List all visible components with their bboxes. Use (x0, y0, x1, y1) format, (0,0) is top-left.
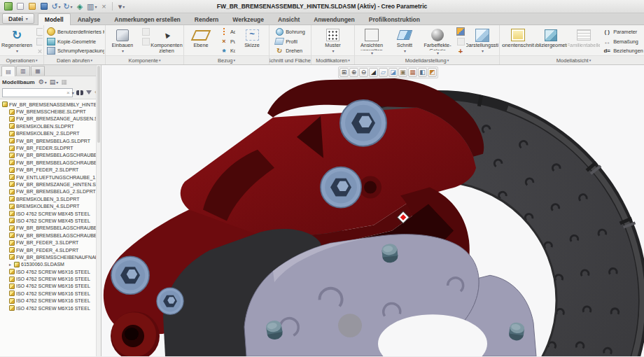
undo-button[interactable]: ↺▾ (50, 1, 62, 12)
tree-item[interactable]: FW_BR_BREMSENASSEMBLY_HINTEN.SLDASM (0, 101, 101, 108)
punkt-button[interactable]: Punkt▾ (218, 37, 235, 46)
tree-item[interactable]: FW_BR_BREMSBELAGSCHRAUBE.SLDPRT (0, 159, 101, 166)
paste-icon-button[interactable]: ▾ (34, 37, 43, 46)
tab-anmerkungen-erstellen[interactable]: Anmerkungen erstellen (107, 13, 187, 24)
tree-item[interactable]: FW_BREMSSCHEIBE.SLDPRT (0, 108, 101, 115)
tree-scrollbar[interactable] (96, 65, 101, 356)
einbauen-button[interactable]: Einbauen▾ (106, 27, 139, 55)
benutzerdefiniertes-ke-button[interactable]: Benutzerdefiniertes KE (45, 27, 104, 36)
tree-item[interactable]: FW_BR_FEDER_2.SLDPRT (0, 167, 101, 174)
tree-item[interactable]: BREMSKOLBEN_3.SLDPRT (0, 195, 101, 202)
tree-item[interactable]: BREMSKOLBEN.SLDPRT (0, 122, 101, 130)
tree-item[interactable]: ISO 4762 SCREW M6X16 STEEL (0, 290, 101, 297)
publiziergeometrie-button[interactable]: Publiziergeometrie (535, 27, 567, 55)
group-label[interactable]: Operationen (6, 57, 35, 64)
search-options-dropdown[interactable]: ▾ (72, 90, 74, 95)
tree-item[interactable]: ISO 4762 SCREW M6X16 STEEL (0, 275, 101, 282)
folder-browser-tab[interactable]: ▥ (16, 66, 30, 76)
find-icon[interactable] (76, 88, 84, 97)
group-label[interactable]: Daten abrufen (57, 57, 90, 64)
drehen-button[interactable]: Drehen (273, 46, 307, 55)
tree-item[interactable]: FW_BR_FEDER_4.SLDPRT (0, 246, 101, 253)
parameter-button[interactable]: Parameter (601, 27, 644, 36)
tree-search-input[interactable] (2, 88, 73, 97)
tree-settings-button[interactable]: ⚙▾ (38, 78, 48, 87)
tree-item[interactable]: FW_BR_FEDER_3.SLDPRT (0, 239, 101, 246)
zoom-in-button[interactable]: ⊕ (349, 68, 358, 77)
status-umschalten-button[interactable]: Status umschalten (454, 37, 465, 46)
refit-button[interactable]: ◢ (369, 68, 378, 77)
zoom-out-button[interactable]: ⊖ (359, 68, 368, 77)
bohrung-button[interactable]: Bohrung (273, 27, 307, 36)
view-manager-button[interactable]: ◧ (418, 68, 427, 77)
darstellungsstil-button[interactable]: Darstellungsstil▾ (466, 27, 498, 55)
clear-search-icon[interactable]: × (66, 90, 70, 96)
customize-toolbar-button[interactable]: ▾▾ (115, 1, 127, 12)
komponentenschnittstelle-button[interactable]: Komponentenschnittstelle (502, 27, 534, 55)
graphics-viewport[interactable]: ⊞⊕⊖◢▱◪▣▦◧◩ (102, 65, 644, 356)
beziehungen-button[interactable]: Beziehungen (601, 46, 644, 55)
expand-icon[interactable]: ▸ (9, 262, 13, 267)
tree-item[interactable]: FW_BR_FEDER.SLDPRT (0, 144, 101, 151)
tree-item[interactable]: ▸61530060.SLDASM (0, 261, 101, 268)
filter-icon[interactable] (85, 88, 92, 97)
view-plane-button[interactable]: ▱ (379, 68, 388, 77)
tree-item[interactable]: FW_ENTLUEFTUNGSCHRAUBE_1.SLDPRT (0, 174, 101, 181)
tree-filters-button[interactable]: ▤▾ (49, 78, 59, 87)
familientabelle-button[interactable]: Familientabelle (568, 27, 600, 55)
scene-image-button[interactable]: ▣ (398, 68, 407, 77)
farbeffekte-galerie-button[interactable]: Farbeffekte-Galerie▾ (421, 27, 454, 55)
kopie-geometrie-button[interactable]: Kopie-Geometrie (45, 37, 104, 46)
tree-item[interactable]: FW_BR_BREMSBELAG.SLDPRT (0, 137, 101, 144)
ebene-button[interactable]: Ebene (185, 27, 217, 55)
group-label[interactable]: Modifikatoren (316, 57, 347, 64)
schrumpfverpackung-button[interactable]: Schrumpfverpackung (45, 46, 104, 55)
regenerate-quick-button[interactable]: ◈ (74, 1, 85, 12)
tree-item[interactable]: ISO 4762 SCREW M6X16 STEEL (0, 304, 101, 312)
file-menu-button[interactable]: Datei ▾ (2, 13, 34, 24)
wiederholen-button[interactable]: Wiederholen (139, 37, 150, 46)
save-file-button[interactable] (38, 1, 50, 12)
tree-item[interactable]: BREMSKOLBEN_4.SLDPRT (0, 202, 101, 209)
group-label[interactable]: Bezug (218, 57, 232, 64)
copy-icon-button[interactable] (34, 27, 43, 36)
view-plane-alt-button[interactable]: ◪ (388, 68, 398, 77)
komponenten-ziehen-button[interactable]: Komponenten ziehen (150, 27, 183, 55)
group-label[interactable]: Modelldarstellung (405, 57, 447, 64)
erzeugen-button[interactable]: Erzeugen (139, 27, 150, 36)
profil-button[interactable]: Profil (273, 37, 307, 46)
zoom-region-button[interactable]: ⊞ (340, 68, 349, 77)
delete-icon-button[interactable]: ▾ (34, 46, 43, 55)
achse-button[interactable]: Achse (218, 27, 235, 36)
tree-item[interactable]: FW_BR_BREMSBELAGSCHRAUBE.SLDPRT (0, 232, 101, 239)
tab-anwendungen[interactable]: Anwendungen (307, 13, 362, 24)
position-editieren-button[interactable]: Position editieren (454, 46, 465, 55)
tree-item[interactable]: FW_BR_BREMSZANGE_AUSSEN.SLDPRT (0, 115, 101, 122)
tree-item[interactable]: FW_BR_BREMSBELAGSCHRAUBE.SLDPRT (0, 225, 101, 232)
favorites-tab[interactable]: ▦ (31, 66, 45, 76)
tree-item[interactable]: ISO 4762 SCREW M6X16 STEEL (0, 298, 101, 304)
tab-ansicht[interactable]: Ansicht (271, 13, 307, 24)
tree-item[interactable]: FW_BR_BREMSZANGE_HINTEN.SLDPRT (0, 181, 101, 188)
new-file-button[interactable] (15, 1, 26, 12)
bemaßung-button[interactable]: Bemaßung (601, 37, 644, 46)
appearance-gallery-button[interactable]: ▦ (408, 68, 417, 77)
tree-item[interactable]: ISO 4762 SCREW M6X16 STEEL (0, 283, 101, 290)
model-tree-tab[interactable]: ▤ (1, 66, 15, 76)
redo-button[interactable]: ↻▾ (62, 1, 74, 12)
tab-rendern[interactable]: Rendern (188, 13, 225, 24)
group-label[interactable]: Modellabsicht (556, 57, 589, 64)
tree-item[interactable]: ISO 4762 SCREW M8X45 STEEL (0, 217, 101, 224)
tab-profilkonstruktion[interactable]: Profilkonstruktion (362, 13, 427, 24)
window-switch-button[interactable]: ▥▾ (86, 1, 97, 12)
tree-item[interactable]: FW_BR_BREMSBELAG_2.SLDPRT (0, 188, 101, 195)
tab-modell[interactable]: Modell (38, 13, 71, 25)
muster-button[interactable]: Muster▾ (317, 27, 349, 55)
schnitt-button[interactable]: Schnitt▾ (388, 27, 421, 55)
app-menu-button[interactable] (3, 1, 14, 12)
close-window-button[interactable]: × (98, 1, 109, 12)
tab-werkzeuge[interactable]: Werkzeuge (225, 13, 271, 24)
ansichten-verwalten-button[interactable]: Ansichten verwalten▾ (356, 27, 388, 55)
group-label[interactable]: Schnitt und Fläche (270, 57, 311, 64)
koordinatensystem-button[interactable]: Koordinatensystem (218, 46, 235, 55)
